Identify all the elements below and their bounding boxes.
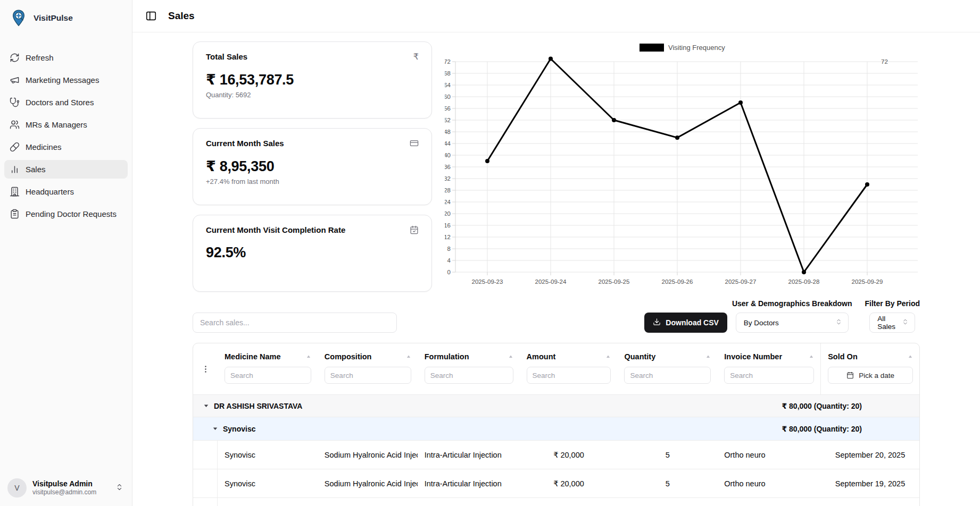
sidebar-item-sales[interactable]: Sales	[4, 160, 128, 179]
sidebar-item-headquarters[interactable]: Headquarters	[4, 182, 128, 201]
column-sort-button[interactable]: Quantity	[624, 351, 711, 362]
breakdown-label: User & Demographics Breakdown	[732, 299, 852, 308]
stat-cards: Total Sales₹ ₹ 16,53,787.5 Quantity: 569…	[193, 41, 432, 293]
svg-text:2025-09-26: 2025-09-26	[662, 279, 693, 285]
controls-row: Download CSV User & Demographics Breakdo…	[193, 299, 920, 333]
column-header-quantity: Quantity	[617, 343, 717, 394]
subgroup-row[interactable]: Synovisc ₹ 80,000 (Quantity: 20)	[193, 417, 919, 440]
column-label: Quantity	[624, 352, 655, 361]
sidebar-item-label: Headquarters	[26, 187, 74, 196]
cell-sold-on: September 19, 2025	[820, 469, 919, 497]
user-menu-button[interactable]	[114, 482, 124, 494]
cell-amount: ₹ 20,000	[520, 441, 618, 469]
svg-text:20: 20	[445, 210, 451, 217]
calendar-icon	[846, 372, 854, 379]
period-group: Filter By Period All Sales	[865, 299, 920, 333]
column-sort-button[interactable]: Amount	[527, 351, 611, 362]
card-title: Current Month Visit Completion Rate	[206, 225, 345, 234]
svg-text:72: 72	[445, 58, 451, 65]
main-area: Sales Total Sales₹ ₹ 16,53,787.5 Quantit…	[132, 0, 980, 506]
breakdown-value: By Doctors	[744, 319, 779, 327]
row-handle	[193, 441, 218, 469]
column-search-input[interactable]	[325, 367, 411, 384]
search-sales-input[interactable]	[193, 313, 397, 333]
column-search-input[interactable]	[724, 367, 814, 384]
cell-sold-on: September 20, 2025	[820, 498, 919, 506]
sidebar-item-label: Pending Doctor Requests	[26, 209, 117, 218]
cell-amount: ₹ 20,000	[520, 498, 618, 506]
card-subtext: +27.4% from last month	[206, 178, 419, 185]
pick-a-date-button[interactable]: Pick a date	[828, 367, 913, 384]
sidebar-item-medicines[interactable]: Medicines	[4, 138, 128, 156]
rupee-icon: ₹	[413, 52, 419, 61]
user-card[interactable]: V Visitpulse Admin visitpulse@admin.com	[0, 472, 132, 506]
column-sort-button[interactable]: Sold On	[828, 351, 913, 362]
group-name: Synovisc	[223, 425, 255, 433]
download-csv-button[interactable]: Download CSV	[644, 313, 727, 333]
card-title: Current Month Sales	[206, 139, 284, 148]
column-sort-button[interactable]: Formulation	[425, 351, 513, 362]
card-head: Current Month Sales	[206, 139, 419, 148]
pill-icon	[10, 142, 20, 152]
cell-formulation: Intra-Articular Injection	[418, 469, 520, 497]
svg-text:8: 8	[447, 246, 451, 252]
column-sort-button[interactable]: Invoice Number	[724, 351, 814, 362]
visitpulse-logo-icon	[10, 9, 28, 27]
column-header-composition: Composition	[318, 343, 418, 394]
caret-down-icon	[212, 426, 218, 432]
svg-text:2025-09-27: 2025-09-27	[725, 279, 757, 285]
credit-card-icon	[410, 139, 419, 148]
breakdown-select[interactable]: By Doctors	[736, 313, 849, 333]
cell-medicine-name: Synovisc	[218, 498, 318, 506]
column-sort-button[interactable]: Medicine Name	[225, 351, 311, 362]
table-row: SynoviscSodium Hyalronic Acid InjecIntra…	[193, 469, 919, 497]
page-title: Sales	[168, 10, 195, 22]
sidebar-item-refresh[interactable]: Refresh	[4, 48, 128, 67]
sidebar-toggle-button[interactable]	[144, 9, 158, 23]
table-body: DR ASHISH SRIVASTAVA ₹ 80,000 (Quantity:…	[193, 394, 919, 506]
column-header-sold-on: Sold On Pick a date	[820, 343, 919, 394]
table-row: SynoviscSodium Hyalronic Acid InjecIntra…	[193, 440, 919, 469]
svg-text:12: 12	[445, 234, 451, 240]
card-value: ₹ 16,53,787.5	[206, 71, 419, 88]
download-csv-label: Download CSV	[666, 318, 719, 327]
column-search-input[interactable]	[624, 367, 711, 384]
column-sort-button[interactable]: Composition	[325, 351, 411, 362]
sort-up-icon	[809, 354, 814, 359]
table-menu-button[interactable]	[193, 343, 218, 394]
cell-sold-on: September 20, 2025	[820, 441, 919, 469]
column-search-input[interactable]	[225, 367, 311, 384]
period-select[interactable]: All Sales	[869, 313, 915, 333]
sidebar-item-marketing-messages[interactable]: Marketing Messages	[4, 71, 128, 89]
card-value: ₹ 8,95,350	[206, 158, 419, 175]
column-search-input[interactable]	[527, 367, 611, 384]
svg-text:2025-09-29: 2025-09-29	[852, 279, 883, 285]
sidebar-item-doctors-and-stores[interactable]: Doctors and Stores	[4, 93, 128, 112]
svg-text:36: 36	[445, 164, 451, 170]
app-root: VisitPulse RefreshMarketing MessagesDoct…	[0, 0, 980, 506]
visiting-frequency-chart[interactable]: 048121620242832364044485256606468722025-…	[445, 41, 920, 291]
column-label: Sold On	[828, 352, 858, 361]
cell-composition: Sodium Hyalronic Acid Injec	[318, 441, 418, 469]
svg-text:Visiting Frequency: Visiting Frequency	[668, 44, 725, 52]
chevrons-up-down-icon	[902, 318, 909, 327]
sidebar-item-pending-doctor-requests[interactable]: Pending Doctor Requests	[4, 205, 128, 223]
svg-text:64: 64	[445, 82, 451, 88]
card-head: Current Month Visit Completion Rate	[206, 225, 419, 234]
sidebar-item-mrs-managers[interactable]: MRs & Managers	[4, 115, 128, 134]
download-icon	[653, 318, 661, 327]
svg-text:2025-09-23: 2025-09-23	[472, 279, 503, 285]
chart-wrap: 048121620242832364044485256606468722025-…	[445, 41, 920, 293]
sidebar-item-label: Medicines	[26, 142, 62, 151]
group-name: DR ASHISH SRIVASTAVA	[214, 402, 302, 410]
sort-up-icon	[705, 354, 711, 359]
sort-up-icon	[508, 354, 513, 359]
cell-composition: Sodium Hyalronic Acid Injec	[318, 498, 418, 506]
sort-up-icon	[605, 354, 611, 359]
column-search-input[interactable]	[425, 367, 513, 384]
cell-quantity: 5	[617, 469, 717, 497]
stat-card-1: Current Month Sales ₹ 8,95,350 +27.4% fr…	[193, 128, 432, 205]
sidebar: VisitPulse RefreshMarketing MessagesDoct…	[0, 0, 132, 506]
group-row[interactable]: DR ASHISH SRIVASTAVA ₹ 80,000 (Quantity:…	[193, 394, 919, 417]
card-subtext: Quantity: 5692	[206, 91, 419, 99]
